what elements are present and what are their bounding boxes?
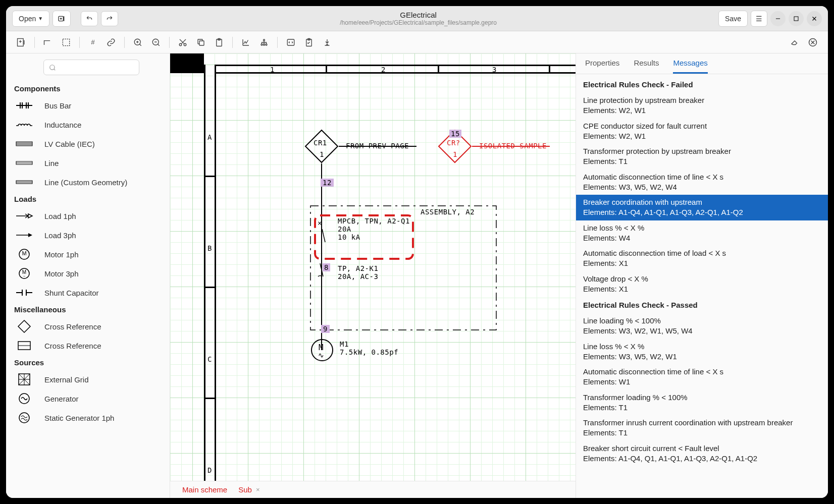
- busbar-icon: [14, 99, 34, 111]
- message-item[interactable]: Automatic disconnection time of load < X…: [576, 246, 828, 271]
- close-button[interactable]: [807, 11, 822, 26]
- hash-icon[interactable]: #: [85, 34, 101, 50]
- component-item[interactable]: Cross Reference: [6, 336, 170, 355]
- message-item[interactable]: Transformer loading % < 100%Elements: T1: [576, 390, 828, 416]
- component-label: Load 3ph: [44, 231, 76, 240]
- tab-messages[interactable]: Messages: [673, 59, 707, 74]
- svg-text:~: ~: [23, 274, 26, 278]
- extgrid-icon: [14, 373, 34, 385]
- message-item[interactable]: Voltage drop < X %Elements: X1: [576, 271, 828, 297]
- tab-sub[interactable]: Sub×: [238, 485, 259, 494]
- message-item[interactable]: Automatic disconnection time of line < X…: [576, 364, 828, 390]
- component-item[interactable]: Load 3ph: [6, 226, 170, 245]
- messages-heading: Electrical Rules Check - Failed: [576, 76, 828, 93]
- component-label: Cross Reference: [44, 342, 101, 350]
- new-tab-button[interactable]: [53, 11, 71, 27]
- component-item[interactable]: External Grid: [6, 370, 170, 389]
- message-item[interactable]: Breaker coordination with upstreamElemen…: [576, 195, 828, 220]
- search-input[interactable]: [43, 60, 139, 75]
- cref2-icon: [14, 340, 34, 352]
- sheet-tabs: Main scheme Sub×: [170, 481, 576, 498]
- cable-icon: [14, 138, 34, 150]
- maximize-button[interactable]: [789, 11, 804, 26]
- svg-text:M: M: [22, 250, 26, 256]
- category-header: Miscellaneous: [6, 302, 170, 317]
- gen-icon: [14, 393, 34, 405]
- ruler-row-d: D: [207, 466, 212, 474]
- canvas[interactable]: 1 2 3 A B C D CR1 1 FROM PREV PAGE CR? 1…: [170, 53, 576, 481]
- component-label: LV Cable (IEC): [44, 140, 95, 148]
- component-item[interactable]: Load 1ph: [6, 206, 170, 226]
- component-item[interactable]: Inductance: [6, 115, 170, 134]
- tab-close-icon[interactable]: ×: [256, 486, 260, 493]
- component-sidebar: ComponentsBus BarInductanceLV Cable (IEC…: [6, 53, 170, 498]
- zoom-out-icon[interactable]: [148, 34, 164, 50]
- svg-rect-1: [794, 17, 798, 21]
- message-item[interactable]: CPE conductor sized for fault currentEle…: [576, 119, 828, 144]
- erase-icon[interactable]: [787, 34, 803, 50]
- network-icon[interactable]: [256, 34, 272, 50]
- toolbar: #: [6, 31, 828, 53]
- cref1-icon: [14, 320, 34, 332]
- minimize-button[interactable]: [770, 11, 786, 26]
- sgen1-icon: [14, 412, 34, 424]
- zoom-in-icon[interactable]: [130, 34, 146, 50]
- line-icon: [14, 157, 34, 169]
- message-item[interactable]: Line loading % < 100%Elements: W3, W2, W…: [576, 313, 828, 339]
- wire-icon[interactable]: [40, 34, 56, 50]
- copy-icon[interactable]: [193, 34, 209, 50]
- message-item[interactable]: Line protection by upstream breakerEleme…: [576, 93, 828, 119]
- delete-icon[interactable]: [805, 34, 821, 50]
- component-label: Motor 1ph: [44, 250, 79, 259]
- checklist-icon[interactable]: [301, 34, 317, 50]
- paste-icon[interactable]: [211, 34, 227, 50]
- message-item[interactable]: Line loss % < X %Elements: W4: [576, 220, 828, 246]
- add-sheet-icon[interactable]: [13, 34, 29, 50]
- load1-icon: [14, 210, 34, 222]
- message-item[interactable]: Transformer inrush current coordination …: [576, 415, 828, 441]
- message-item[interactable]: Breaker short circuit current < Fault le…: [576, 441, 828, 467]
- tab-results[interactable]: Results: [634, 59, 659, 74]
- download-icon[interactable]: [319, 34, 335, 50]
- component-item[interactable]: Generator: [6, 389, 170, 408]
- component-item[interactable]: Line: [6, 153, 170, 173]
- load3-icon: [14, 229, 34, 241]
- svg-point-12: [261, 44, 263, 45]
- message-item[interactable]: Transformer protection by upstream break…: [576, 144, 828, 170]
- component-item[interactable]: Shunt Capacitor: [6, 283, 170, 302]
- undo-button[interactable]: [81, 11, 98, 26]
- code-icon[interactable]: [283, 34, 299, 50]
- plot-icon[interactable]: [238, 34, 254, 50]
- component-item[interactable]: MMotor 1ph: [6, 245, 170, 264]
- category-header: Sources: [6, 355, 170, 370]
- component-label: Static Generator 1ph: [44, 414, 114, 422]
- app-title: GElectrical: [118, 11, 718, 19]
- cut-icon[interactable]: [175, 34, 191, 50]
- messages-heading: Electrical Rules Check - Passed: [576, 297, 828, 313]
- svg-rect-22: [16, 181, 32, 184]
- message-item[interactable]: Line loss % < X %Elements: W3, W5, W2, W…: [576, 339, 828, 365]
- save-button[interactable]: Save: [718, 11, 748, 27]
- component-item[interactable]: LV Cable (IEC): [6, 134, 170, 153]
- component-item[interactable]: Static Generator 1ph: [6, 408, 170, 427]
- link-icon[interactable]: [103, 34, 119, 50]
- component-label: Motor 3ph: [44, 269, 79, 278]
- menu-button[interactable]: ☰: [751, 11, 767, 27]
- redo-button[interactable]: [101, 11, 118, 26]
- svg-rect-15: [287, 39, 294, 45]
- component-item[interactable]: Line (Custom Geometry): [6, 173, 170, 192]
- titlebar: Open ▼ GElectrical /home/eee/Projects/GE…: [6, 6, 828, 31]
- svg-point-7: [184, 43, 186, 46]
- tab-main-scheme[interactable]: Main scheme: [182, 485, 227, 494]
- open-button[interactable]: Open ▼: [12, 11, 49, 27]
- component-item[interactable]: M~Motor 3ph: [6, 264, 170, 283]
- select-icon[interactable]: [58, 34, 74, 50]
- message-item[interactable]: Automatic disconnection time of line < X…: [576, 170, 828, 195]
- tab-properties[interactable]: Properties: [585, 59, 619, 74]
- component-item[interactable]: Cross Reference: [6, 317, 170, 336]
- file-path: /home/eee/Projects/GElectrical/sample_fi…: [118, 19, 718, 26]
- component-item[interactable]: Bus Bar: [6, 96, 170, 115]
- component-label: External Grid: [44, 375, 89, 384]
- ruler-col-2: 2: [381, 66, 386, 74]
- ruler-row-a: A: [207, 133, 212, 141]
